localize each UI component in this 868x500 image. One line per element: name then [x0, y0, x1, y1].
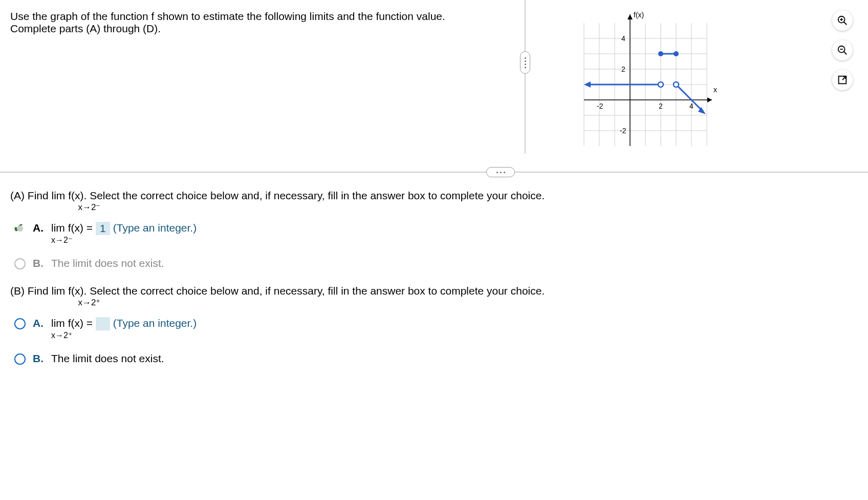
closed-point-2-3	[658, 51, 663, 56]
option-b-a-lim-sub: x→2⁺	[51, 330, 93, 340]
part-a-prefix: (A) Find	[10, 190, 49, 201]
part-b-prompt: (B) Find lim f(x). Select the correct ch…	[10, 285, 858, 308]
y-axis-label: f(x)	[634, 11, 644, 19]
open-external-button[interactable]	[832, 70, 853, 90]
part-a-lim-sub: x→2⁻	[78, 202, 545, 213]
svg-marker-15	[627, 14, 633, 19]
hint-b-a: (Type an integer.)	[113, 317, 197, 329]
part-b-prefix: (B) Find	[10, 285, 49, 297]
option-b-b[interactable]: B. The limit does not exist.	[14, 352, 858, 365]
horizontal-divider	[0, 172, 868, 173]
radio-a-a[interactable]: ✔	[14, 223, 26, 234]
zoom-out-icon	[837, 45, 848, 56]
option-b-a-label: A.	[33, 317, 45, 329]
part-a-lim-text: lim f(x). Select the correct choice belo…	[52, 190, 545, 201]
option-a-a-lim-sub: x→2⁻	[51, 235, 93, 245]
svg-line-19	[844, 22, 847, 25]
graph-tools	[832, 10, 853, 90]
question-line-1: Use the graph of the function f shown to…	[10, 10, 522, 23]
answer-input-b[interactable]	[96, 317, 110, 330]
tick-2y: 2	[621, 65, 625, 73]
tick-neg2y: -2	[620, 127, 626, 135]
x-axis-label: x	[713, 86, 717, 94]
radio-a-b[interactable]	[14, 258, 26, 269]
part-a-prompt: (A) Find lim f(x). Select the correct ch…	[10, 190, 858, 213]
tick-4x: 4	[689, 102, 693, 110]
tick-neg2x: -2	[597, 102, 603, 110]
option-b-a[interactable]: A. lim f(x) = x→2⁺ (Type an integer.)	[14, 317, 858, 340]
tick-4y: 4	[621, 34, 625, 43]
function-graph: -2 2 4 2 4 -2 f(x) x	[571, 10, 725, 154]
svg-marker-14	[707, 97, 712, 102]
question-text: Use the graph of the function f shown to…	[10, 10, 522, 35]
part-b-lim-sub: x→2⁺	[78, 297, 545, 308]
option-a-b[interactable]: B. The limit does not exist.	[14, 257, 858, 269]
radio-b-a[interactable]	[14, 318, 26, 329]
collapse-graph-toggle[interactable]	[520, 51, 530, 74]
open-point-3-1	[674, 82, 679, 87]
part-a: (A) Find lim f(x). Select the correct ch…	[10, 190, 858, 269]
svg-marker-16	[584, 81, 591, 88]
part-b-lim-text: lim f(x). Select the correct choice belo…	[52, 285, 545, 297]
option-a-b-text: The limit does not exist.	[51, 257, 164, 269]
option-b-b-text: The limit does not exist.	[51, 352, 164, 365]
option-a-a-lim: lim f(x) =	[51, 222, 93, 234]
question-line-2: Complete parts (A) through (D).	[10, 23, 522, 35]
svg-line-26	[842, 77, 845, 80]
part-b: (B) Find lim f(x). Select the correct ch…	[10, 285, 858, 365]
closed-point-3-3	[674, 51, 679, 56]
zoom-in-icon	[837, 15, 848, 26]
open-point-2-1	[658, 82, 663, 87]
tick-2x: 2	[659, 102, 663, 110]
panel-divider	[525, 0, 526, 154]
open-external-icon	[837, 74, 848, 86]
expand-toggle[interactable]	[486, 167, 515, 177]
option-b-b-label: B.	[33, 352, 45, 365]
zoom-out-button[interactable]	[832, 40, 853, 60]
correct-check-icon: ✔	[13, 221, 24, 235]
option-a-b-label: B.	[33, 257, 45, 269]
answer-input-a[interactable]: 1	[96, 222, 110, 235]
option-a-a[interactable]: ✔ A. lim f(x) = x→2⁻ 1 (Type an integer.…	[14, 222, 858, 245]
radio-b-b[interactable]	[14, 353, 26, 365]
hint-a-a: (Type an integer.)	[113, 222, 197, 234]
svg-line-23	[844, 52, 847, 55]
option-b-a-lim: lim f(x) =	[51, 317, 93, 329]
zoom-in-button[interactable]	[832, 10, 853, 31]
option-a-a-label: A.	[33, 222, 45, 234]
